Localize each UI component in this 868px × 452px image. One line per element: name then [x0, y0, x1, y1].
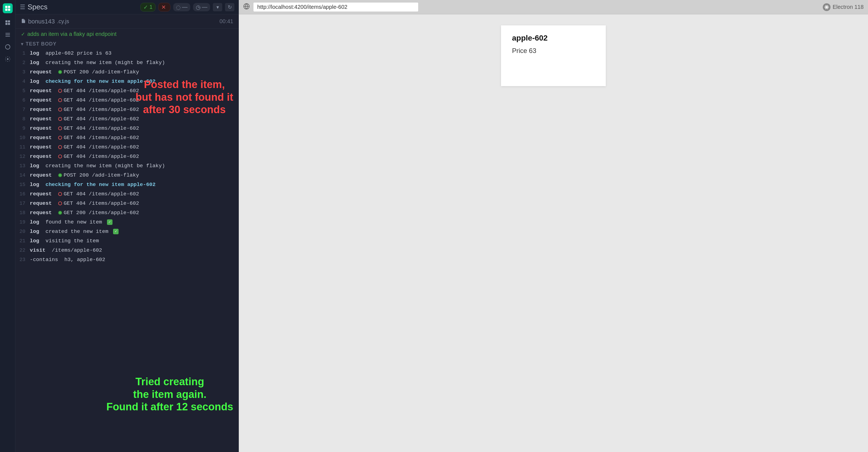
electron-label: Electron 118 — [833, 4, 864, 10]
file-icon — [21, 18, 26, 25]
check-badge-20: ✓ — [113, 229, 119, 234]
file-extension: .cy.js — [57, 18, 69, 25]
svg-rect-0 — [5, 6, 7, 8]
file-name-area: bonus143 .cy.js — [21, 18, 69, 25]
globe-icon — [243, 3, 250, 11]
test-body-header: ▾ TEST BODY — [16, 39, 239, 49]
top-bar: ☰ Specs ✓ 1 ✕ ◌ — ◷ — ▾ ↻ — [16, 0, 239, 15]
sidebar-icon-dashboard[interactable] — [3, 18, 13, 28]
fail-x-icon: ✕ — [161, 4, 166, 10]
sidebar-icon-settings[interactable] — [3, 54, 13, 64]
code-line-21[interactable]: 21 log visiting the item — [16, 236, 239, 246]
line-num-1: 1 — [16, 51, 30, 56]
code-line-13[interactable]: 13 log creating the new item (might be f… — [16, 161, 239, 171]
code-line-17[interactable]: 17 request GET 404 /items/apple-602 — [16, 199, 239, 208]
test-item-passing[interactable]: ✓ adds an item via a flaky api endpoint — [16, 29, 239, 39]
code-line-1[interactable]: 1 log apple-602 price is 63 — [16, 49, 239, 58]
url-bar[interactable] — [253, 2, 418, 12]
line-num-4: 4 — [16, 79, 30, 84]
svg-point-12 — [7, 58, 8, 60]
test-list: ✓ adds an item via a flaky api endpoint … — [16, 29, 239, 452]
test-body-label: TEST BODY — [26, 41, 57, 47]
time-icon: ◷ — [196, 4, 200, 10]
item-price: Price 63 — [512, 47, 595, 55]
electron-icon — [823, 3, 831, 11]
fail-badge: ✕ — [158, 3, 170, 11]
pass-count: 1 — [150, 4, 153, 10]
time-badge: ◷ — — [193, 3, 210, 11]
svg-rect-2 — [5, 8, 7, 11]
code-line-10[interactable]: 10 request GET 404 /items/apple-602 — [16, 133, 239, 142]
status-dot-red-5 — [58, 89, 62, 93]
code-line-3[interactable]: 3 request POST 200 /add-item-flaky — [16, 67, 239, 77]
left-panel: ☰ Specs ✓ 1 ✕ ◌ — ◷ — ▾ ↻ — [16, 0, 239, 452]
menu-icon: ☰ — [20, 4, 25, 11]
code-line-7[interactable]: 7 request GET 404 /items/apple-602 — [16, 105, 239, 114]
code-line-12[interactable]: 12 request GET 404 /items/apple-602 — [16, 152, 239, 161]
svg-rect-4 — [5, 21, 7, 22]
annotation-green: Tried creating the item again. Found it … — [106, 375, 233, 413]
item-title: apple-602 — [512, 34, 595, 43]
time-label: — — [202, 4, 207, 10]
code-line-23[interactable]: 23 -contains h3, apple-602 — [16, 255, 239, 264]
pass-badge: ✓ 1 — [141, 3, 156, 11]
app-title-area: ☰ Specs — [20, 3, 48, 11]
svg-rect-1 — [8, 6, 10, 8]
app-title: Specs — [28, 3, 48, 11]
code-line-6[interactable]: 6 request GET 404 /items/apple-602 — [16, 95, 239, 105]
code-line-8[interactable]: 8 request GET 404 /items/apple-602 — [16, 114, 239, 123]
svg-rect-9 — [5, 34, 10, 35]
file-basename: bonus143 — [28, 18, 55, 25]
sidebar-icon-list[interactable] — [3, 30, 13, 40]
line-content-3: request POST 200 /add-item-flaky — [30, 69, 236, 75]
svg-rect-7 — [8, 23, 10, 25]
svg-rect-8 — [5, 33, 10, 34]
code-line-2[interactable]: 2 log creating the new item (might be fl… — [16, 58, 239, 67]
browser-content: apple-602 Price 63 — [239, 15, 868, 452]
code-line-15[interactable]: 15 log checking for the new item apple-6… — [16, 180, 239, 189]
line-content-1: log apple-602 price is 63 — [30, 50, 236, 56]
dropdown-button[interactable]: ▾ — [213, 3, 222, 11]
svg-rect-6 — [5, 23, 7, 25]
item-card: apple-602 Price 63 — [501, 25, 606, 86]
svg-rect-10 — [5, 36, 10, 37]
test-label: adds an item via a flaky api endpoint — [27, 31, 117, 37]
svg-rect-3 — [8, 8, 10, 11]
sidebar-icon-analytics[interactable] — [3, 42, 13, 52]
line-content-4: log checking for the new item apple-602 — [30, 78, 236, 84]
pass-check-icon: ✓ — [144, 4, 148, 10]
code-line-9[interactable]: 9 request GET 404 /items/apple-602 — [16, 123, 239, 133]
spinner-icon: ◌ — [176, 4, 181, 10]
browser-bar: Electron 118 — [239, 0, 868, 15]
check-badge-19: ✓ — [107, 219, 113, 225]
code-line-22[interactable]: 22 visit /items/apple-602 — [16, 246, 239, 255]
file-bar: bonus143 .cy.js 00:41 — [16, 15, 239, 29]
annotation-green-line3: Found it after 12 seconds — [106, 401, 233, 413]
electron-badge: Electron 118 — [823, 3, 864, 11]
sidebar — [0, 0, 16, 452]
status-dot-green-3 — [58, 70, 62, 74]
code-line-19[interactable]: 19 log found the new item ✓ — [16, 218, 239, 227]
top-bar-controls: ✓ 1 ✕ ◌ — ◷ — ▾ ↻ — [141, 3, 235, 11]
pending-badge: ◌ — — [173, 3, 190, 11]
line-num-3: 3 — [16, 69, 30, 75]
code-line-11[interactable]: 11 request GET 404 /items/apple-602 — [16, 142, 239, 152]
annotation-green-line2: the item again. — [106, 388, 233, 401]
svg-rect-5 — [8, 21, 10, 22]
svg-point-15 — [826, 6, 827, 8]
code-lines: 1 log apple-602 price is 63 2 log creati… — [16, 49, 239, 264]
refresh-button[interactable]: ↻ — [225, 3, 235, 11]
app-logo[interactable] — [3, 3, 13, 13]
line-content-2: log creating the new item (might be flak… — [30, 60, 236, 66]
right-panel: Electron 118 apple-602 Price 63 — [239, 0, 868, 452]
code-line-5[interactable]: 5 request GET 404 /items/apple-602 — [16, 86, 239, 95]
pending-label: — — [182, 4, 187, 10]
code-line-18[interactable]: 18 request GET 200 /items/apple-602 — [16, 208, 239, 218]
code-line-4[interactable]: 4 log checking for the new item apple-60… — [16, 77, 239, 86]
code-line-16[interactable]: 16 request GET 404 /items/apple-602 — [16, 189, 239, 199]
file-duration: 00:41 — [219, 18, 233, 25]
code-line-20[interactable]: 20 log created the new item ✓ — [16, 227, 239, 236]
annotation-green-line1: Tried creating — [106, 375, 233, 388]
chevron-down-icon: ▾ — [21, 41, 24, 47]
code-line-14[interactable]: 14 request POST 200 /add-item-flaky — [16, 171, 239, 180]
